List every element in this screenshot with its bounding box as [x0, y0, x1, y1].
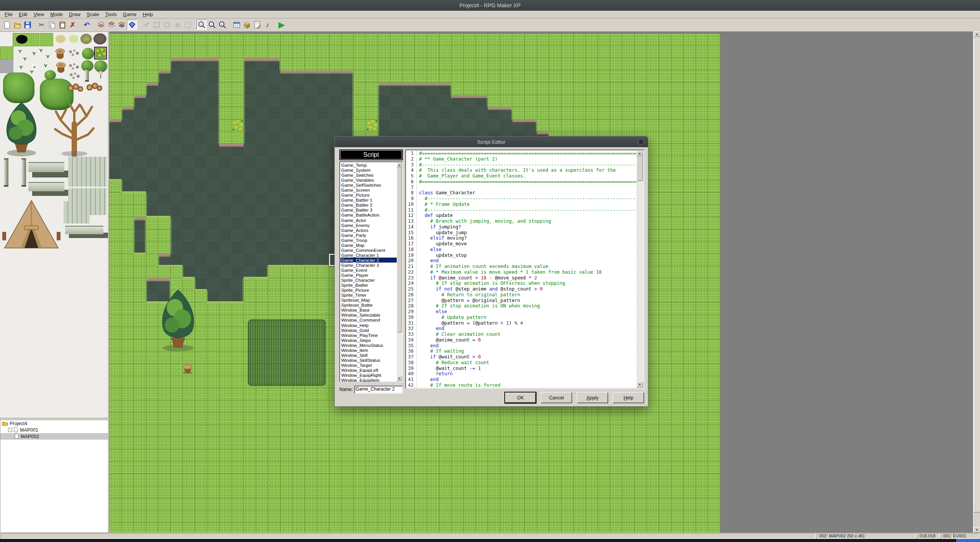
- script-list-item[interactable]: Game_Battler 1: [340, 197, 397, 202]
- script-list-item[interactable]: Game_Troop: [340, 238, 397, 243]
- undo-button[interactable]: ↶: [82, 20, 92, 30]
- menu-mode[interactable]: Mode: [47, 11, 66, 18]
- palette-selected-tile[interactable]: [94, 47, 107, 59]
- script-list-item[interactable]: Game_Enemy: [340, 223, 397, 228]
- menu-tools[interactable]: Tools: [102, 11, 120, 18]
- script-list-item[interactable]: Game_CommonEvent: [340, 248, 397, 253]
- sound-test-button[interactable]: ♪: [262, 20, 273, 30]
- script-list-item[interactable]: Window_Selectable: [340, 312, 397, 317]
- zoom-1-4-button[interactable]: 4: [217, 20, 227, 30]
- script-editor-button[interactable]: [252, 20, 262, 30]
- playtest-button[interactable]: ▶: [276, 20, 287, 30]
- palette-planks[interactable]: [68, 157, 106, 187]
- palette-bench[interactable]: [28, 182, 64, 191]
- event-layer-button[interactable]: [127, 20, 137, 30]
- script-list-item[interactable]: Game_Screen: [340, 187, 397, 192]
- script-list-item[interactable]: Game_Character 2: [340, 258, 397, 263]
- script-list-item[interactable]: Game_Temp: [340, 163, 397, 168]
- script-list-item[interactable]: Game_Variables: [340, 177, 397, 182]
- script-list-item[interactable]: Window_Item: [340, 348, 397, 353]
- scroll-up-button[interactable]: ▲: [973, 31, 980, 37]
- palette-sprig[interactable]: [22, 56, 28, 61]
- scroll-up-button[interactable]: ▲: [636, 151, 643, 156]
- palette-flower-white[interactable]: [31, 62, 39, 69]
- database-button[interactable]: [231, 20, 242, 30]
- new-project-button[interactable]: [2, 20, 12, 30]
- menu-game[interactable]: Game: [120, 11, 139, 18]
- script-list-item[interactable]: Game_Event: [340, 268, 397, 273]
- script-list-item[interactable]: Window_Skill: [340, 353, 397, 358]
- palette-sprig[interactable]: [29, 69, 34, 74]
- palette-mound[interactable]: [80, 34, 92, 44]
- palette-big-tree[interactable]: [2, 102, 41, 156]
- script-list-item[interactable]: Game_Battler 3: [340, 207, 397, 212]
- script-list-item[interactable]: Game_Actors: [340, 228, 397, 233]
- script-list-item[interactable]: Game_BattleAction: [340, 212, 397, 217]
- palette-pebbles[interactable]: [68, 49, 81, 59]
- map-vertical-scrollbar[interactable]: ▲ ▼: [973, 31, 980, 533]
- script-list-item[interactable]: Game_Actor: [340, 218, 397, 223]
- palette-bench[interactable]: [28, 162, 64, 172]
- script-list-item[interactable]: Game_Battler 2: [340, 202, 397, 207]
- ok-button[interactable]: OK: [505, 392, 536, 403]
- script-list-item[interactable]: Sprite_Battler: [340, 282, 397, 287]
- menu-draw[interactable]: Draw: [66, 11, 83, 18]
- script-list-item[interactable]: Spriteset_Map: [340, 297, 397, 302]
- script-list-item[interactable]: Window_EquipLeft: [340, 368, 397, 373]
- palette-bush[interactable]: [44, 70, 56, 80]
- dialog-title-bar[interactable]: Script Editor: [335, 136, 648, 147]
- scroll-down-button[interactable]: ▼: [973, 527, 980, 533]
- menu-scale[interactable]: Scale: [83, 11, 102, 18]
- palette-pebbles[interactable]: [69, 72, 84, 82]
- menu-help[interactable]: Help: [140, 11, 156, 18]
- palette-stump[interactable]: [54, 60, 66, 72]
- palette-sand[interactable]: [56, 35, 65, 43]
- palette-tent[interactable]: [2, 199, 61, 253]
- palette-flower-pink[interactable]: [97, 70, 104, 79]
- zoom-1-1-button[interactable]: 1: [196, 20, 207, 30]
- palette-sprig[interactable]: [45, 54, 51, 59]
- menu-edit[interactable]: Edit: [16, 11, 30, 18]
- palette-planks[interactable]: [64, 201, 90, 223]
- palette-pole2[interactable]: [4, 158, 8, 187]
- script-list-item[interactable]: Game_Player: [340, 273, 397, 278]
- palette-sprig[interactable]: [38, 48, 44, 53]
- palette-sprig[interactable]: [43, 63, 48, 68]
- script-list-item[interactable]: Game_SelfSwitches: [340, 182, 397, 187]
- code-lines[interactable]: 1#======================================…: [406, 151, 636, 388]
- palette-pale[interactable]: [69, 35, 79, 43]
- save-project-button[interactable]: [22, 20, 33, 30]
- palette-grass[interactable]: [40, 33, 53, 46]
- palette-stump[interactable]: [54, 46, 67, 60]
- cut-button[interactable]: ✂: [36, 20, 47, 30]
- palette-tuft[interactable]: [3, 72, 34, 103]
- script-list-item[interactable]: Game_Character 3: [340, 263, 397, 268]
- script-list-scrollbar[interactable]: ▲ ▼: [397, 163, 402, 381]
- script-list-item[interactable]: Sprite_Timer: [340, 292, 397, 297]
- tileset-palette[interactable]: [0, 31, 108, 418]
- palette-logs[interactable]: [67, 83, 84, 93]
- script-list-item[interactable]: Game_Character 1: [340, 253, 397, 258]
- palette-sprig[interactable]: [18, 65, 24, 69]
- script-list-item[interactable]: Window_PlayTime: [340, 333, 397, 338]
- layer3-button[interactable]: [116, 20, 127, 30]
- script-list-item[interactable]: Game_Picture: [340, 192, 397, 197]
- script-list-item[interactable]: Window_EquipRight: [340, 373, 397, 378]
- script-list-item[interactable]: Window_EquipItem: [340, 378, 397, 382]
- palette-bush[interactable]: [82, 48, 94, 59]
- tree-item-map002[interactable]: MAP002: [0, 433, 108, 440]
- close-icon[interactable]: [638, 138, 645, 145]
- script-list-item[interactable]: Sprite_Character: [340, 278, 397, 282]
- script-list-item[interactable]: Sprite_Picture: [340, 287, 397, 292]
- scroll-down-button[interactable]: ▼: [636, 382, 643, 388]
- materials-button[interactable]: [242, 20, 252, 30]
- palette-grass[interactable]: [0, 46, 13, 60]
- open-project-button[interactable]: [12, 20, 22, 30]
- scroll-down-button[interactable]: ▼: [397, 376, 402, 381]
- script-list-item[interactable]: Window_Gold: [340, 328, 397, 333]
- paste-button[interactable]: [57, 20, 67, 30]
- script-list-item[interactable]: Window_Help: [340, 323, 397, 328]
- cancel-button[interactable]: Cancel: [541, 392, 572, 403]
- scroll-up-button[interactable]: ▲: [397, 163, 402, 168]
- menu-view[interactable]: View: [30, 11, 47, 18]
